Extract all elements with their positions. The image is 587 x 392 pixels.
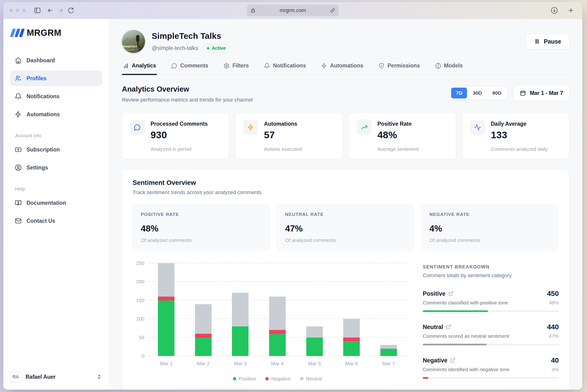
stacked-bar-mar-4[interactable] — [269, 296, 286, 356]
x-tick-label: Mar 6 — [333, 361, 370, 366]
stacked-bar-mar-5[interactable] — [306, 326, 323, 356]
breakdown-row-neutral: Neutral 440 Comments scored as neutral s… — [423, 323, 559, 345]
breakdown-percent: 47% — [549, 333, 559, 339]
downloads-icon[interactable] — [549, 5, 560, 16]
breakdown-desc: Comments identified with negative tone — [423, 367, 510, 372]
minimize-window-dot[interactable] — [16, 9, 19, 12]
bar-slot — [296, 263, 333, 356]
bar-segment-positive — [269, 334, 286, 356]
sidebar-item-contact-us[interactable]: Contact Us — [10, 213, 102, 229]
browser-window: mrgrm.com MRGRM Dashboard — [3, 2, 582, 390]
sidebar-item-dashboard[interactable]: Dashboard — [10, 52, 102, 68]
sentiment-overview-card: Sentiment Overview Track sentiment trend… — [122, 169, 570, 390]
rate-card-negative: NEGATIVE RATE 4% Of analyzed comments — [421, 204, 559, 251]
tab-analytics[interactable]: Analytics — [122, 61, 157, 74]
legend-dot-icon — [265, 377, 269, 380]
tab-filters[interactable]: Filters — [222, 61, 250, 74]
bar-segment-positive — [306, 338, 323, 356]
sidebar-item-documentation[interactable]: Documentation — [10, 195, 102, 211]
stat-label: Positive Rate — [378, 120, 419, 127]
mail-icon — [15, 217, 22, 224]
sidebar-item-label: Profiles — [26, 75, 46, 82]
reload-icon[interactable] — [66, 5, 76, 16]
tab-models[interactable]: Models — [434, 61, 464, 74]
progress-track — [423, 344, 559, 345]
sidebar-item-settings[interactable]: Settings — [10, 160, 102, 176]
range-30d-button[interactable]: 30D — [468, 88, 487, 98]
users-icon — [15, 75, 22, 82]
external-link-icon[interactable] — [450, 358, 456, 363]
rate-caption: Of analyzed comments — [141, 238, 262, 243]
stat-label: Automations — [264, 120, 302, 127]
tab-notifications[interactable]: Notifications — [263, 61, 307, 74]
y-tick-label: 150 — [136, 298, 144, 303]
y-tick-label: 100 — [136, 316, 144, 322]
stat-value: 57 — [264, 130, 302, 140]
breakdown-name: Neutral — [423, 324, 443, 330]
new-tab-icon[interactable] — [566, 5, 576, 16]
stacked-bar-mar-2[interactable] — [195, 304, 212, 356]
stat-card-processed-comments: Processed Comments 930 Analyzed in perio… — [122, 112, 229, 159]
legend-dot-icon — [300, 377, 304, 380]
legend-item-neutral: Neutral — [300, 376, 322, 382]
external-link-icon[interactable] — [448, 291, 454, 296]
stat-caption: Comments analyzed daily — [491, 146, 548, 152]
bar-segment-neutral — [380, 345, 397, 349]
back-icon[interactable] — [45, 5, 56, 16]
sidebar-toggle-icon[interactable] — [32, 5, 42, 16]
range-90d-button[interactable]: 90D — [488, 88, 506, 98]
tab-comments[interactable]: Comments — [170, 61, 209, 74]
stacked-bar-mar-1[interactable] — [158, 263, 174, 356]
window-controls[interactable] — [10, 9, 26, 12]
stat-caption: Average sentiment — [378, 146, 419, 152]
range-7d-button[interactable]: 7D — [451, 88, 467, 98]
range-segmented-control: 7D 30D 90D — [450, 86, 508, 100]
stacked-bar-mar-6[interactable] — [343, 319, 360, 356]
x-tick-label: Mar 3 — [222, 361, 259, 366]
url-text: mrgrm.com — [256, 7, 330, 14]
bell-icon — [264, 63, 270, 69]
sidebar-item-automations[interactable]: Automations — [10, 106, 102, 122]
sidebar-item-label: Contact Us — [26, 218, 55, 224]
bar-segment-neutral — [343, 319, 360, 337]
user-name: Rafael Auer — [26, 374, 92, 380]
profile-handle: @simple-tech-talks — [152, 45, 198, 51]
sidebar-item-subscription[interactable]: Subscription — [10, 142, 102, 158]
bar-slot — [333, 263, 370, 356]
zoom-window-dot[interactable] — [22, 9, 26, 12]
stacked-bar-mar-3[interactable] — [232, 293, 248, 356]
forward-icon[interactable] — [56, 5, 66, 16]
bar-slot — [222, 263, 259, 356]
credit-card-icon — [15, 146, 22, 153]
rate-card-neutral: NEUTRAL RATE 47% Of analyzed comments — [277, 204, 415, 251]
external-link-icon[interactable] — [446, 324, 451, 330]
breakdown-value: 440 — [547, 323, 559, 331]
address-bar[interactable]: mrgrm.com — [247, 5, 339, 16]
tab-automations[interactable]: Automations — [320, 61, 364, 74]
user-menu[interactable]: RA Rafael Auer — [10, 371, 102, 382]
rate-value: 47% — [285, 224, 406, 234]
y-tick-label: 0 — [142, 353, 144, 359]
stacked-bar-mar-7[interactable] — [380, 345, 397, 356]
progress-fill — [423, 310, 488, 312]
tab-permissions[interactable]: Permissions — [378, 61, 421, 74]
bar-segment-positive — [343, 341, 360, 356]
breakdown-subtitle: Comment totals by sentiment category — [423, 272, 559, 278]
book-open-icon — [15, 199, 22, 206]
sidebar: MRGRM Dashboard Profiles Notifications — [3, 19, 109, 390]
sidebar-item-profiles[interactable]: Profiles — [10, 70, 102, 86]
x-tick-label: Mar 1 — [148, 361, 185, 366]
sidebar-item-notifications[interactable]: Notifications — [10, 88, 102, 104]
x-tick-label: Mar 5 — [296, 361, 333, 366]
legend-item-positive: Positive — [233, 376, 256, 382]
pause-button[interactable]: Pause — [526, 34, 570, 49]
bar-slot — [185, 263, 222, 356]
link-icon[interactable] — [330, 8, 335, 13]
date-range-button[interactable]: Mar 1 - Mar 7 — [514, 85, 570, 101]
close-window-dot[interactable] — [10, 9, 13, 12]
bar-segment-neutral — [195, 304, 212, 334]
chart-plot — [148, 263, 407, 356]
rate-value: 48% — [141, 224, 262, 234]
rate-cards: POSITIVE RATE 48% Of analyzed comments N… — [132, 204, 559, 251]
breakdown-desc: Comments scored as neutral sentiment — [423, 333, 509, 339]
